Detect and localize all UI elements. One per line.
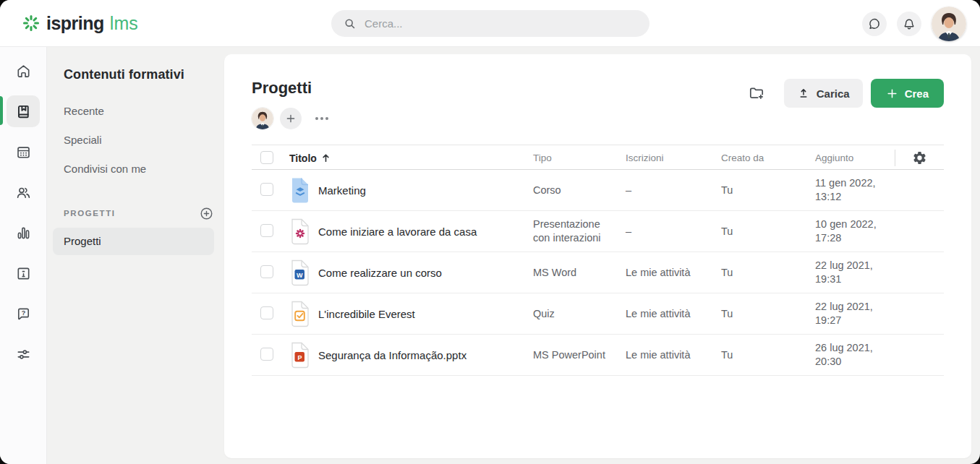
column-header-iscrizioni[interactable]: Iscrizioni xyxy=(626,152,721,163)
row-created-by: Tu xyxy=(721,308,815,319)
svg-text:P: P xyxy=(297,353,302,361)
row-type: Corso xyxy=(533,184,626,197)
calendar-icon xyxy=(15,144,32,160)
nav-news[interactable] xyxy=(7,257,40,289)
sidebar-item-recente[interactable]: Recente xyxy=(53,97,214,126)
nav-help[interactable]: ? xyxy=(7,298,40,330)
search-icon xyxy=(343,17,357,30)
topbar: ispring lms xyxy=(0,0,980,47)
nav-people[interactable] xyxy=(7,176,40,208)
row-checkbox[interactable] xyxy=(260,183,273,196)
table-row[interactable]: P Segurança da Informação.pptx MS PowerP… xyxy=(252,335,944,376)
projects-section-label: PROGETTI xyxy=(64,209,116,218)
notifications-button[interactable] xyxy=(897,12,921,36)
row-title[interactable]: Come realizzare un corso xyxy=(318,267,442,279)
sidebar-title: Contenuti formativi xyxy=(64,67,224,82)
course-icon xyxy=(289,177,311,204)
active-nav-indicator xyxy=(0,96,3,125)
nav-reports[interactable] xyxy=(7,217,40,249)
row-type: MS PowerPoint xyxy=(533,348,626,362)
nav-home[interactable] xyxy=(7,55,40,87)
select-all-checkbox[interactable] xyxy=(260,151,273,164)
sidebar-item-speciali[interactable]: Speciali xyxy=(53,126,214,155)
nav-rail: ? xyxy=(0,47,47,464)
table-row[interactable]: Come iniziare a lavorare da casa Present… xyxy=(252,211,944,252)
projects-section-header: PROGETTI xyxy=(64,199,214,228)
bar-chart-icon xyxy=(15,225,32,241)
content-sidebar: Contenuti formativi Recente Speciali Con… xyxy=(47,47,224,464)
nav-learning-content[interactable] xyxy=(7,95,40,127)
book-icon xyxy=(15,103,32,120)
row-title[interactable]: Marketing xyxy=(318,184,366,197)
sort-ascending-icon xyxy=(321,153,331,163)
row-added: 10 gen 2022, 17:28 xyxy=(815,218,895,245)
info-panel-icon xyxy=(15,265,32,282)
row-added: 22 lug 2021, 19:31 xyxy=(815,259,895,286)
row-enrollments[interactable]: – xyxy=(626,225,721,237)
column-header-titolo[interactable]: Titolo xyxy=(289,152,533,164)
column-header-creato-da[interactable]: Creato da xyxy=(721,152,815,163)
row-title[interactable]: L'incredibile Everest xyxy=(318,308,415,320)
ispring-presentation-icon xyxy=(289,218,311,245)
product-name: lms xyxy=(110,13,138,34)
table-row[interactable]: L'incredibile Everest Quiz Le mie attivi… xyxy=(252,293,944,335)
collaborators-row xyxy=(252,108,944,129)
add-project-button[interactable] xyxy=(199,206,214,221)
upload-icon xyxy=(797,87,810,100)
brand-name: ispring xyxy=(46,13,104,34)
header-actions: Carica Crea xyxy=(743,79,944,108)
nav-calendar[interactable] xyxy=(7,136,40,168)
upload-label: Carica xyxy=(817,87,850,100)
new-folder-button[interactable] xyxy=(743,80,770,106)
add-collaborator-button[interactable] xyxy=(280,108,302,129)
row-enrollments[interactable]: Le mie attività xyxy=(626,308,721,319)
row-created-by: Tu xyxy=(721,349,815,361)
table-header: Titolo Tipo Iscrizioni Creato da Aggiunt… xyxy=(252,145,944,170)
row-created-by: Tu xyxy=(721,184,815,196)
table-settings-button[interactable] xyxy=(912,150,927,166)
row-checkbox[interactable] xyxy=(260,224,273,237)
row-created-by: Tu xyxy=(721,267,815,278)
table-row[interactable]: Marketing Corso – Tu 11 gen 2022, 13:12 xyxy=(252,170,944,211)
main-panel: Progetti xyxy=(224,54,971,458)
row-title[interactable]: Segurança da Informação.pptx xyxy=(318,349,466,361)
row-checkbox[interactable] xyxy=(260,348,273,361)
sidebar-list: Recente Speciali Condivisi con me xyxy=(47,97,224,184)
global-search[interactable] xyxy=(331,10,649,37)
row-enrollments[interactable]: Le mie attività xyxy=(626,349,721,361)
owner-avatar[interactable] xyxy=(252,108,273,129)
sliders-icon xyxy=(15,346,32,363)
page-header: Progetti xyxy=(252,54,944,98)
table-row[interactable]: W Come realizzare un corso MS Word Le mi… xyxy=(252,252,944,293)
upload-button[interactable]: Carica xyxy=(784,79,863,108)
create-button[interactable]: Crea xyxy=(871,79,944,108)
header-divider xyxy=(895,150,895,166)
users-icon xyxy=(15,184,32,201)
row-type: Quiz xyxy=(533,307,626,321)
svg-text:?: ? xyxy=(21,309,25,317)
row-type: Presentazione con interazioni xyxy=(533,218,626,245)
sidebar-item-progetti[interactable]: Progetti xyxy=(53,228,214,255)
row-enrollments[interactable]: – xyxy=(626,184,721,196)
more-options-button[interactable] xyxy=(314,113,330,124)
bell-icon xyxy=(902,17,916,31)
column-header-tipo[interactable]: Tipo xyxy=(533,152,626,163)
app-window: ispring lms xyxy=(0,0,980,464)
row-created-by: Tu xyxy=(721,225,815,237)
svg-text:W: W xyxy=(297,271,303,278)
user-avatar[interactable] xyxy=(932,7,966,41)
search-input[interactable] xyxy=(365,17,625,30)
ms-powerpoint-icon: P xyxy=(289,342,311,369)
row-checkbox[interactable] xyxy=(260,265,273,278)
help-bubble-icon: ? xyxy=(15,306,32,322)
nav-settings[interactable] xyxy=(7,338,40,370)
app-logo[interactable]: ispring lms xyxy=(22,13,138,34)
ispring-flower-icon xyxy=(22,14,41,33)
row-added: 11 gen 2022, 13:12 xyxy=(815,176,895,204)
row-checkbox[interactable] xyxy=(260,306,273,319)
row-enrollments[interactable]: Le mie attività xyxy=(626,267,721,278)
sidebar-item-condivisi[interactable]: Condivisi con me xyxy=(53,155,214,184)
messages-button[interactable] xyxy=(862,12,887,36)
row-title[interactable]: Come iniziare a lavorare da casa xyxy=(318,225,477,238)
column-header-aggiunto[interactable]: Aggiunto xyxy=(815,152,895,163)
